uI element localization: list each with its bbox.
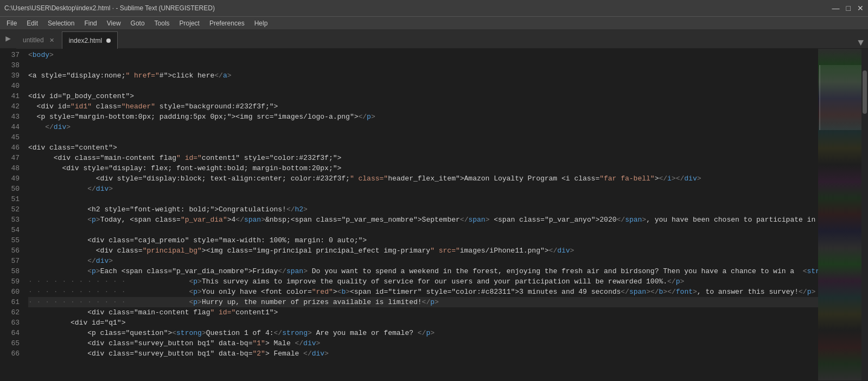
menu-selection[interactable]: Selection (43, 18, 79, 28)
expand-icon[interactable]: ▼ (858, 37, 864, 48)
code-line (28, 132, 818, 143)
code-line: </div> (28, 256, 818, 266)
tab-label-index2: index2.html (69, 37, 102, 44)
title-bar-left: C:\Users\USER\Desktop\index2.html · - Su… (4, 4, 215, 12)
maximize-button[interactable]: □ (846, 4, 851, 12)
code-line: <p style="margin-bottom:0px; padding:5px… (28, 112, 818, 122)
code-line: <div class="main-content flag" id="conte… (28, 307, 818, 318)
tab-label-untitled: untitled (23, 36, 44, 44)
menu-find[interactable]: Find (80, 18, 101, 28)
tab-modified-dot (106, 38, 111, 43)
code-line: · · · · · · · · · · · · <p>You only have… (28, 287, 818, 297)
minimize-button[interactable]: — (832, 4, 840, 12)
code-line: <div class="content"> (28, 143, 818, 153)
editor-area: 3738394041424344454647484950515253545556… (0, 49, 868, 380)
code-line (28, 81, 818, 91)
minimap[interactable] (818, 49, 861, 380)
code-line: · · · · · · · · · · · · <p>This survey a… (28, 276, 818, 287)
menu-tools[interactable]: Tools (150, 18, 174, 28)
code-line: <a style="display:none;" href="#">click … (28, 70, 818, 81)
tab-untitled[interactable]: untitled ✕ (16, 31, 62, 49)
code-line: <div class="main-content flag" id="conte… (28, 153, 818, 163)
code-line: <div style="display:block; text-align:ce… (28, 173, 818, 184)
code-line: <div class="survey_button bq1" data-bq="… (28, 338, 818, 348)
code-line: <h2 style="font-weight: bold;">Congratul… (28, 204, 818, 215)
code-line: <div class="caja_premio" style="max-widt… (28, 235, 818, 246)
minimap-viewport (819, 65, 861, 130)
close-button[interactable]: ✕ (857, 4, 864, 12)
code-line: <div class="principal_bg"><img class="im… (28, 246, 818, 256)
code-line: <div style="display: flex; font-weight:b… (28, 163, 818, 173)
menu-help[interactable]: Help (250, 18, 272, 28)
code-line (28, 225, 818, 235)
menu-project[interactable]: Project (175, 18, 204, 28)
code-line: <div id="id1" class="header" style="back… (28, 101, 818, 112)
code-line: </div> (28, 122, 818, 132)
menu-view[interactable]: View (103, 18, 125, 28)
code-line: <div id="q1"> (28, 318, 818, 328)
code-line: <p>Each <span class="p_var_dia_nombre">F… (28, 266, 818, 276)
tab-index2[interactable]: index2.html (62, 31, 118, 49)
scrollbar-right[interactable] (861, 49, 868, 380)
tab-close-untitled[interactable]: ✕ (48, 36, 55, 44)
code-line (28, 194, 818, 204)
menu-file[interactable]: File (2, 18, 21, 28)
title-bar-controls: — □ ✕ (832, 4, 864, 12)
code-line: · · · · · · · · · · · · <p>Hurry up, the… (28, 297, 818, 307)
tab-bar: ▶ untitled ✕ index2.html ▼ (0, 29, 868, 49)
code-line: <div id="p_body_content"> (28, 91, 818, 101)
menu-preferences[interactable]: Preferences (205, 18, 249, 28)
title-bar-title: C:\Users\USER\Desktop\index2.html · - Su… (4, 4, 215, 12)
code-line: <p class="question"><strong>Question 1 o… (28, 328, 818, 338)
code-area[interactable]: <body><a style="display:none;" href="#">… (24, 49, 818, 380)
title-bar: C:\Users\USER\Desktop\index2.html · - Su… (0, 0, 868, 16)
scrollbar-thumb[interactable] (863, 70, 867, 114)
line-numbers: 3738394041424344454647484950515253545556… (0, 49, 24, 380)
tab-scroll-left[interactable]: ▶ (0, 29, 16, 48)
menu-edit[interactable]: Edit (22, 18, 42, 28)
menu-goto[interactable]: Goto (126, 18, 149, 28)
code-line (28, 60, 818, 70)
code-line: <p>Today, <span class="p_var_dia">4</spa… (28, 215, 818, 225)
code-line: </div> (28, 184, 818, 194)
tab-bar-right: ▼ (858, 37, 868, 48)
code-line: <body> (28, 50, 818, 60)
menu-bar: File Edit Selection Find View Goto Tools… (0, 16, 868, 29)
code-line: <div class="survey_button bq1" data-bq="… (28, 348, 818, 359)
